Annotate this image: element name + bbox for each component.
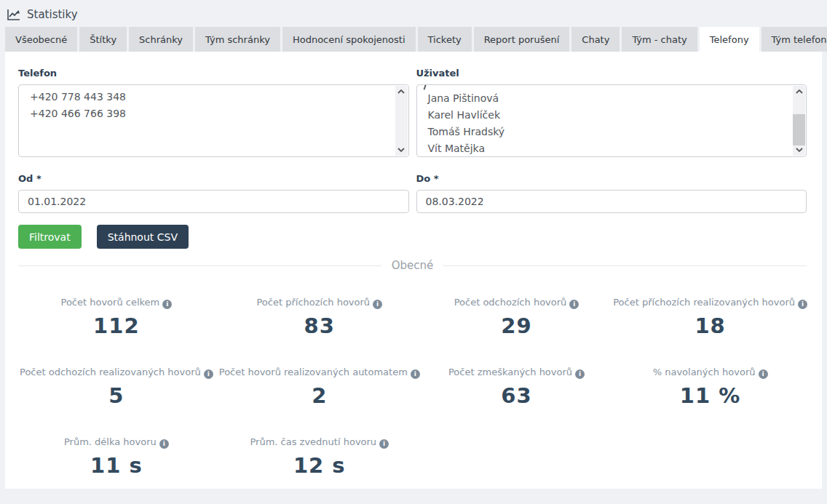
tab[interactable]: Štítky [79,27,127,52]
stat-label: Počet příchozích hovorů [219,297,420,309]
filter-form: Telefon +420 778 443 348 +420 466 766 39… [5,52,822,213]
stat-label: Počet hovorů celkem [20,297,213,309]
from-label: Od * [18,173,409,184]
divider-line [443,265,807,266]
stat-label: Počet zmeškaných hovorů [426,367,607,379]
stat-label: Počet odchozích realizovaných hovorů [20,367,213,379]
list-item[interactable]: Karel Havlíček [417,107,807,124]
stat-card: Počet odchozích hovorů 29 [423,287,610,356]
scrollbar[interactable] [395,86,408,156]
stat-label: % navolaných hovorů [613,367,807,379]
stat-label: Prům. délka hovoru [20,436,213,449]
list-item-clipped[interactable] [417,85,807,90]
stat-label: Počet odchozích hovorů [426,297,607,309]
tab[interactable]: Chaty [571,27,620,52]
tab-bar: Všeobecné Štítky Schránky Tým schránky H… [5,27,827,52]
stat-label: Prům. čas zvednutí hovoru [219,436,420,449]
info-icon[interactable] [162,300,172,309]
list-item[interactable]: Jana Pištinová [417,90,807,107]
stat-value: 11 s [20,453,213,478]
stat-value: 18 [613,313,807,338]
stat-card: Počet příchozích realizovaných hovorů 18 [610,287,810,356]
tab[interactable]: Hodnocení spokojenosti [282,27,416,52]
info-icon[interactable] [575,369,585,379]
tab[interactable]: Schránky [129,27,193,52]
info-icon[interactable] [759,369,768,379]
stat-value: 11 % [613,383,807,408]
scroll-up-icon[interactable] [793,86,805,97]
info-icon[interactable] [159,439,169,449]
stat-card: % navolaných hovorů 11 % [610,356,810,426]
scrollbar[interactable] [793,86,805,156]
phone-listbox[interactable]: +420 778 443 348 +420 466 766 398 [18,84,409,157]
stat-card: Počet zmeškaných hovorů 63 [423,356,610,426]
tab[interactable]: Všeobecné [5,27,77,52]
stat-card: Prům. čas zvednutí hovoru 12 s [216,426,423,496]
stat-card: Počet příchozích hovorů 83 [216,287,423,356]
tab[interactable]: Tým telefony [761,27,827,52]
stat-value: 63 [426,383,607,408]
user-label: Uživatel [416,68,807,79]
from-input[interactable] [18,190,409,213]
tab[interactable]: Tickety [418,27,472,52]
list-item[interactable]: Tomáš Hradský [417,124,807,140]
divider-line [18,265,381,266]
page-title: Statistiky [27,8,78,21]
stat-value: 29 [426,313,607,338]
stat-card: Počet hovorů celkem 112 [17,287,216,356]
list-item[interactable]: Vít Matějka [417,140,807,157]
info-icon[interactable] [798,300,807,309]
stat-value: 83 [219,313,420,338]
scroll-up-icon[interactable] [395,86,408,97]
scrollbar-thumb[interactable] [793,114,805,145]
button-row: Filtrovat Stáhnout CSV [5,213,822,249]
download-csv-button[interactable]: Stáhnout CSV [97,225,189,249]
clipped-item-fragment [421,84,427,90]
chart-line-icon [7,9,20,20]
stat-value: 2 [219,383,420,408]
tab[interactable]: Tým - chaty [622,27,697,52]
stat-value: 112 [20,313,213,338]
section-divider: Obecné [18,259,807,272]
scroll-down-icon[interactable] [395,144,408,156]
phone-label: Telefon [18,68,409,79]
info-icon[interactable] [204,369,213,379]
tab[interactable]: Report porušení [474,27,570,52]
scroll-down-icon[interactable] [793,144,805,156]
tab[interactable]: Tým schránky [195,27,280,52]
info-icon[interactable] [569,300,579,309]
statistics-panel: Telefon +420 778 443 348 +420 466 766 39… [5,52,822,489]
stat-label: Počet hovorů realizovaných automatem [219,367,420,379]
to-label: Do * [416,173,807,184]
info-icon[interactable] [373,300,382,309]
list-item[interactable]: +420 466 766 398 [19,105,408,122]
required-marker: * [36,173,41,184]
tab[interactable]: Telefony [700,27,759,52]
stat-card: Počet hovorů realizovaných automatem 2 [216,356,423,426]
filter-button[interactable]: Filtrovat [18,225,82,249]
stat-card: Počet odchozích realizovaných hovorů 5 [17,356,216,426]
user-listbox[interactable]: Jana Pištinová Karel Havlíček Tomáš Hrad… [416,84,807,157]
stat-value: 12 s [219,453,420,478]
stats-grid: Počet hovorů celkem 112 Počet příchozích… [5,272,822,496]
page-header: Statistiky [0,0,827,27]
info-icon[interactable] [411,369,420,379]
list-item[interactable]: +420 778 443 348 [19,89,408,105]
info-icon[interactable] [379,439,389,449]
stat-label: Počet příchozích realizovaných hovorů [613,297,807,309]
to-input[interactable] [416,190,807,213]
stat-card: Prům. délka hovoru 11 s [17,426,216,496]
section-title: Obecné [392,259,434,272]
stat-value: 5 [20,383,213,408]
required-marker: * [434,173,439,184]
